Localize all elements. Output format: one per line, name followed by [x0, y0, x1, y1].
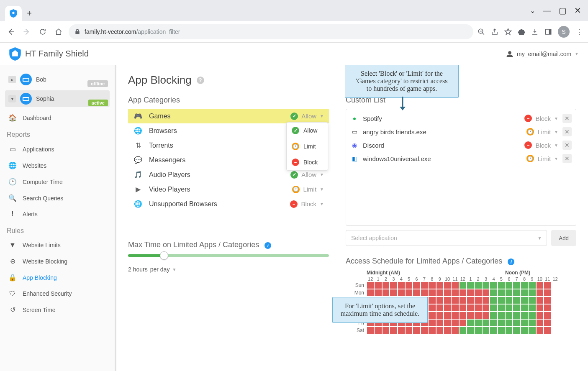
schedule-cell[interactable]	[459, 289, 467, 297]
dropdown-item-allow[interactable]: ✓Allow	[287, 123, 328, 138]
help-icon[interactable]: ?	[197, 77, 204, 84]
schedule-cell[interactable]	[482, 319, 490, 327]
schedule-cell[interactable]	[459, 281, 467, 289]
schedule-cell[interactable]	[528, 297, 536, 304]
nav-app-blocking[interactable]: 🔒App Blocking	[5, 269, 110, 286]
schedule-cell[interactable]	[521, 304, 528, 312]
schedule-cell[interactable]	[467, 289, 474, 297]
reload-button[interactable]	[37, 26, 49, 38]
select-application-input[interactable]: Select application ▼	[346, 230, 547, 246]
schedule-cell[interactable]	[521, 281, 528, 289]
schedule-cell[interactable]	[436, 281, 444, 289]
slider-value-selector[interactable]: 2 hours per day ▼	[128, 266, 329, 273]
nav-dashboard[interactable]: 🏠Dashboard	[5, 110, 110, 126]
schedule-cell[interactable]	[405, 327, 413, 334]
info-icon[interactable]: i	[508, 258, 514, 265]
schedule-cell[interactable]	[498, 312, 505, 319]
share-icon[interactable]	[491, 28, 498, 36]
downloads-icon[interactable]	[531, 28, 539, 36]
schedule-cell[interactable]	[544, 289, 551, 297]
remove-button[interactable]: ✕	[562, 127, 572, 136]
schedule-cell[interactable]	[367, 289, 374, 297]
remove-button[interactable]: ✕	[562, 141, 572, 150]
list-action-select[interactable]: –Block▼	[524, 141, 558, 149]
schedule-cell[interactable]	[505, 281, 513, 289]
schedule-cell[interactable]	[474, 327, 482, 334]
close-button[interactable]: ✕	[574, 5, 581, 15]
schedule-cell[interactable]	[444, 281, 451, 289]
schedule-cell[interactable]	[436, 312, 444, 319]
schedule-cell[interactable]	[482, 289, 490, 297]
schedule-cell[interactable]	[536, 327, 544, 334]
schedule-cell[interactable]	[444, 304, 451, 312]
schedule-cell[interactable]	[436, 304, 444, 312]
nav-enhanced-security[interactable]: 🛡Enhanced Security	[5, 286, 110, 302]
schedule-cell[interactable]	[382, 289, 390, 297]
nav-screen-time[interactable]: ↺Screen Time	[5, 302, 110, 318]
schedule-cell[interactable]	[490, 297, 497, 304]
schedule-cell[interactable]	[428, 289, 436, 297]
active-tab[interactable]	[5, 6, 22, 21]
schedule-cell[interactable]	[459, 319, 467, 327]
schedule-cell[interactable]	[405, 281, 413, 289]
schedule-cell[interactable]	[513, 312, 520, 319]
category-row-games[interactable]: 🎮 Games ✓ Allow ▼ ✓Allow 🕐Limit –Block	[128, 109, 329, 123]
nav-search-queries[interactable]: 🔍Search Queries	[5, 190, 110, 206]
schedule-cell[interactable]	[474, 281, 482, 289]
schedule-cell[interactable]	[544, 327, 551, 334]
schedule-cell[interactable]	[459, 304, 467, 312]
schedule-cell[interactable]	[482, 297, 490, 304]
schedule-cell[interactable]	[536, 312, 544, 319]
schedule-cell[interactable]	[528, 289, 536, 297]
schedule-cell[interactable]	[459, 297, 467, 304]
schedule-cell[interactable]	[490, 304, 497, 312]
schedule-cell[interactable]	[451, 281, 459, 289]
list-action-select[interactable]: 🕐Limit▼	[526, 128, 558, 136]
schedule-cell[interactable]	[428, 319, 436, 327]
account-menu[interactable]: my_email@mail.com ▼	[506, 50, 579, 58]
category-action-select[interactable]: ✓Allow▼	[290, 171, 324, 179]
schedule-cell[interactable]	[436, 327, 444, 334]
schedule-cell[interactable]	[498, 297, 505, 304]
schedule-cell[interactable]	[536, 281, 544, 289]
schedule-cell[interactable]	[528, 312, 536, 319]
schedule-cell[interactable]	[428, 312, 436, 319]
schedule-cell[interactable]	[474, 319, 482, 327]
schedule-cell[interactable]	[513, 297, 520, 304]
schedule-cell[interactable]	[374, 281, 382, 289]
schedule-cell[interactable]	[467, 319, 474, 327]
schedule-cell[interactable]	[398, 327, 405, 334]
side-panel-icon[interactable]	[544, 28, 552, 36]
schedule-cell[interactable]	[428, 327, 436, 334]
schedule-cell[interactable]	[505, 289, 513, 297]
schedule-cell[interactable]	[467, 312, 474, 319]
max-time-slider[interactable]: 2 hours per day ▼	[128, 254, 329, 273]
nav-computer-time[interactable]: 🕒Computer Time	[5, 174, 110, 190]
schedule-cell[interactable]	[374, 289, 382, 297]
schedule-cell[interactable]	[382, 327, 390, 334]
schedule-cell[interactable]	[521, 327, 528, 334]
schedule-cell[interactable]	[459, 312, 467, 319]
schedule-cell[interactable]	[490, 281, 497, 289]
maximize-button[interactable]: ▢	[559, 5, 567, 15]
zoom-icon[interactable]	[478, 28, 485, 36]
category-row-video[interactable]: ▶Video Players 🕐Limit▼	[128, 182, 329, 197]
schedule-cell[interactable]	[498, 327, 505, 334]
schedule-cell[interactable]	[536, 304, 544, 312]
schedule-cell[interactable]	[436, 319, 444, 327]
schedule-cell[interactable]	[451, 304, 459, 312]
schedule-cell[interactable]	[467, 297, 474, 304]
schedule-cell[interactable]	[436, 297, 444, 304]
schedule-cell[interactable]	[451, 312, 459, 319]
schedule-cell[interactable]	[513, 319, 520, 327]
sidebar-user-sophia[interactable]: ▾ Sophia active	[5, 90, 110, 107]
schedule-cell[interactable]	[490, 289, 497, 297]
add-button[interactable]: Add	[551, 230, 576, 246]
bookmark-icon[interactable]	[504, 28, 512, 36]
schedule-cell[interactable]	[421, 289, 428, 297]
schedule-cell[interactable]	[498, 304, 505, 312]
schedule-cell[interactable]	[444, 319, 451, 327]
schedule-cell[interactable]	[474, 297, 482, 304]
schedule-cell[interactable]	[390, 289, 397, 297]
minimize-button[interactable]: —	[543, 6, 551, 15]
